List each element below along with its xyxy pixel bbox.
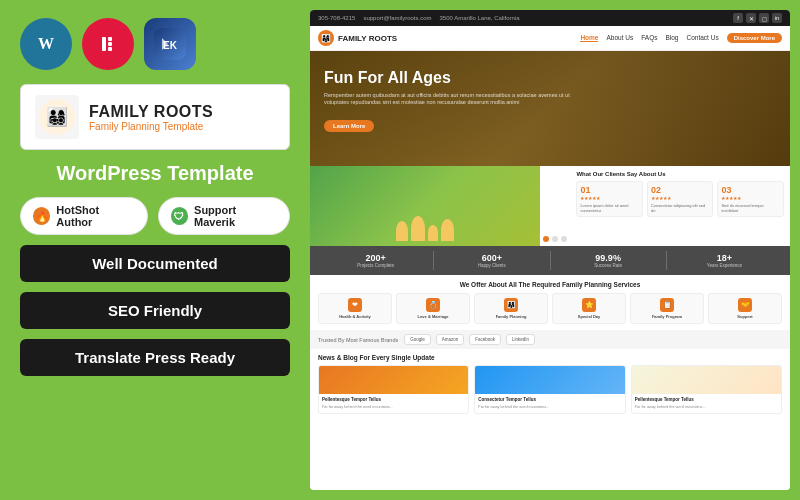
left-panel: W EK [0,0,310,500]
service-family-name: Family Planning [478,314,544,319]
stat-projects: 200+ Projects Complete [318,251,434,270]
preview-container: 305-708-4215 support@familyroots.com 350… [310,10,790,490]
badge-row: 🔥 HotShot Author 🛡 Support Maverik [20,197,290,235]
well-documented-button[interactable]: Well Documented [20,245,290,282]
top-bar-info: 305-708-4215 support@familyroots.com 350… [318,15,727,21]
blog-text-3: Far far away behind the word mountains..… [635,405,778,410]
stat-success: 99.9% Success Rate [551,251,667,270]
support-label: Support Maverik [194,204,277,228]
service-support-name: Support [712,314,778,319]
service-special-name: Special Day [556,314,622,319]
brand-amazon: Amazon [436,334,465,345]
linkedin-icon: in [772,13,782,23]
t-card-text-1: Lorem ipsum dolor sit amet consectetur [580,203,639,213]
nav-cta-button[interactable]: Discover More [727,33,782,43]
t-card-num-3: 03 [721,185,780,195]
testimonial-card-3: 03 ★★★★★ Sed do eiusmod tempor incididun… [717,181,784,217]
t-card-num-2: 02 [651,185,710,195]
seo-friendly-button[interactable]: SEO Friendly [20,292,290,329]
blog-title-1: Pellentesque Tempor Tellus [322,397,465,403]
service-love: 💍 Love & Marriage [396,293,470,324]
service-program-name: Family Program [634,314,700,319]
fire-icon: 🔥 [33,207,50,225]
service-family-icon: 👨‍👩‍👧 [504,298,518,312]
service-program: 📋 Family Program [630,293,704,324]
service-family: 👨‍👩‍👧 Family Planning [474,293,548,324]
trusted-label: Trusted By Most Famous Brands [318,337,398,343]
address-info: 3500 Amarillo Lane, California [440,15,520,21]
stat-clients: 600+ Happy Clients [434,251,550,270]
blog-title-2: Consectetur Tempor Tellus [478,397,621,403]
family-figures [396,216,454,241]
blog-img-3 [632,366,781,394]
brand-google: Google [404,334,431,345]
service-love-icon: 💍 [426,298,440,312]
service-love-name: Love & Marriage [400,314,466,319]
nav-link-faqs[interactable]: FAQs [641,34,657,42]
brand-facebook: Facebook [469,334,501,345]
stars-2: ★★★★★ [651,195,710,201]
testimonial-title: What Our Clients Say About Us [576,171,784,177]
blog-img-1 [319,366,468,394]
nav-link-home[interactable]: Home [580,34,598,42]
dot-1[interactable] [543,236,549,242]
dot-2[interactable] [552,236,558,242]
brand-logos: Google Amazon Facebook LinkedIn [404,334,782,345]
blog-img-2 [475,366,624,394]
blog-cards: Pellentesque Tempor Tellus Far far away … [318,365,782,414]
blog-content-1: Pellentesque Tempor Tellus Far far away … [319,394,468,413]
brand-box: 👨‍👩‍👧‍👦 FAMILY ROOTS Family Planning Tem… [20,84,290,150]
t-card-num-1: 01 [580,185,639,195]
hotshot-author-badge: 🔥 HotShot Author [20,197,148,235]
service-health-name: Health & Activity [322,314,388,319]
service-special-icon: ⭐ [582,298,596,312]
nav-link-blog[interactable]: Blog [665,34,678,42]
stat-label-2: Happy Clients [438,263,545,268]
blog-text-2: Far far away behind the word mountains..… [478,405,621,410]
service-support: 🤝 Support [708,293,782,324]
svg-text:W: W [38,35,54,52]
brand-linkedin: LinkedIn [506,334,535,345]
t-card-text-2: Consectetur adipiscing elit sed do [651,203,710,213]
phone-info: 305-708-4215 [318,15,355,21]
dot-3[interactable] [561,236,567,242]
slider-dots [543,236,567,242]
hero-section: Fun For All Ages Rempember autem quibusd… [310,51,790,166]
stat-num-3: 99.9% [555,253,662,263]
blog-content-2: Consectetur Tempor Tellus Far far away b… [475,394,624,413]
service-program-icon: 📋 [660,298,674,312]
stat-years: 18+ Years Experience [667,251,782,270]
ek-icon: EK [144,18,196,70]
nav-logo: 👨‍👩‍👧 FAMILY ROOTS [318,30,397,46]
wp-template-label: WordPress Template [20,162,290,185]
blog-card-3: Pellentesque Tempor Tellus Far far away … [631,365,782,414]
nav-logo-icon: 👨‍👩‍👧 [318,30,334,46]
stat-num-2: 600+ [438,253,545,263]
wordpress-icon: W [20,18,72,70]
testimonial-card-1: 01 ★★★★★ Lorem ipsum dolor sit amet cons… [576,181,643,217]
stat-num-1: 200+ [322,253,429,263]
site-top-bar: 305-708-4215 support@familyroots.com 350… [310,10,790,26]
brand-logo-icon: 👨‍👩‍👧‍👦 [35,95,79,139]
testimonial-section: What Our Clients Say About Us 01 ★★★★★ L… [570,166,790,246]
svg-rect-4 [108,37,112,41]
svg-text:👨‍👩‍👧‍👦: 👨‍👩‍👧‍👦 [46,106,69,128]
brand-text: FAMILY ROOTS Family Planning Template [89,103,213,132]
blog-title-3: Pellentesque Tempor Tellus [635,397,778,403]
nav-links: Home About Us FAQs Blog Contact Us [580,34,718,42]
nav-link-contact[interactable]: Contact Us [686,34,718,42]
hero-text: Rempember autem quibusdam at aut officii… [324,92,573,107]
social-icons: f ✕ ◻ in [733,13,782,23]
stats-section: 200+ Projects Complete 600+ Happy Client… [310,246,790,275]
nav-link-about[interactable]: About Us [606,34,633,42]
stars-3: ★★★★★ [721,195,780,201]
facebook-icon: f [733,13,743,23]
translate-press-button[interactable]: Translate Press Ready [20,339,290,376]
blog-section: News & Blog For Every Single Update Pell… [310,349,790,490]
preview-panel: 305-708-4215 support@familyroots.com 350… [310,10,790,490]
blog-section-title: News & Blog For Every Single Update [318,354,782,361]
blog-card-2: Consectetur Tempor Tellus Far far away b… [474,365,625,414]
testimonial-cards: 01 ★★★★★ Lorem ipsum dolor sit amet cons… [576,181,784,217]
hero-cta-button[interactable]: Learn More [324,120,374,132]
elementor-icon [82,18,134,70]
